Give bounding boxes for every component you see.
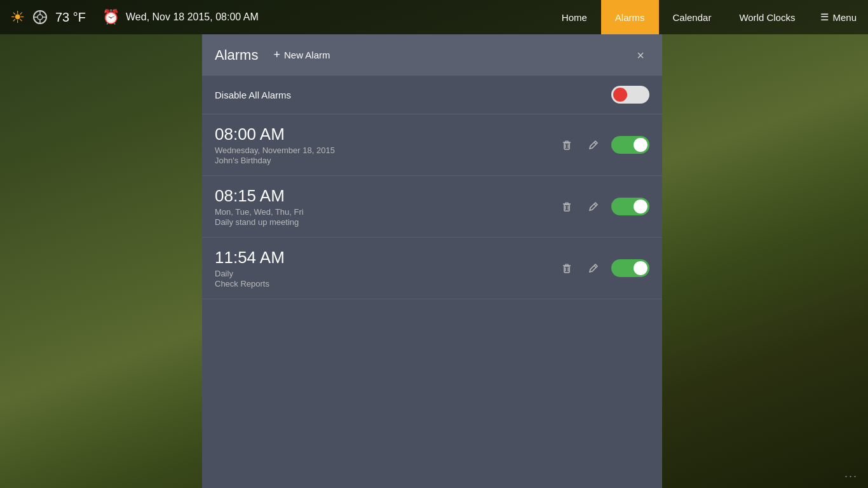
disable-all-toggle[interactable]: [611, 86, 649, 104]
alarm-2-toggle-knob: [634, 200, 648, 214]
disable-all-toggle-knob: [613, 88, 627, 102]
alarm-clock-icon: ⏰: [102, 9, 119, 25]
alarm-name-1: John's Birthday: [215, 156, 558, 165]
edit-alarm-1-button[interactable]: [585, 136, 602, 154]
alarm-actions-2: [558, 198, 649, 215]
plus-icon: +: [273, 48, 280, 62]
edit-icon: [587, 139, 600, 151]
disable-all-row: Disable All Alarms: [202, 76, 662, 114]
nav-home[interactable]: Home: [548, 0, 601, 34]
edit-icon-2: [587, 200, 600, 213]
svg-rect-6: [564, 143, 569, 149]
alarm-info-2: 08:15 AM Mon, Tue, Wed, Thu, Fri Daily s…: [215, 186, 558, 227]
sun-icon: ☀: [10, 8, 25, 27]
delete-alarm-3-button[interactable]: [558, 259, 576, 277]
edit-icon-3: [587, 262, 600, 274]
alarm-info-3: 11:54 AM Daily Check Reports: [215, 248, 558, 288]
alarm-panel: Alarms + New Alarm × Disable All Alarms …: [202, 34, 662, 488]
topbar-nav: Home Alarms Calendar World Clocks ☰ Menu: [548, 0, 868, 34]
alarms-title: Alarms: [215, 47, 258, 64]
alarm-name-2: Daily stand up meeting: [215, 217, 558, 227]
disable-all-label: Disable All Alarms: [215, 90, 611, 100]
alarm-date-1: Wednesday, November 18, 2015: [215, 146, 558, 155]
alarm-name-3: Check Reports: [215, 279, 558, 288]
nav-alarms[interactable]: Alarms: [601, 0, 659, 34]
svg-line-20: [594, 266, 596, 268]
topbar-left: ☀ 73 °F ⏰ Wed, Nov 18 2015, 08:00 AM: [0, 8, 548, 27]
delete-alarm-1-button[interactable]: [558, 136, 576, 154]
alarm-2-toggle[interactable]: [611, 198, 649, 215]
alarm-actions-1: [558, 136, 649, 154]
alarm-actions-3: [558, 259, 649, 277]
menu-label: Menu: [832, 12, 857, 23]
new-alarm-label: New Alarm: [284, 50, 330, 60]
alarm-3-toggle[interactable]: [611, 259, 649, 277]
trash-icon-3: [560, 262, 573, 274]
alarm-row-2: 08:15 AM Mon, Tue, Wed, Thu, Fri Daily s…: [202, 176, 662, 238]
delete-alarm-2-button[interactable]: [558, 198, 576, 215]
svg-rect-11: [564, 205, 569, 211]
svg-point-1: [37, 15, 43, 20]
alarm-date-2: Mon, Tue, Wed, Thu, Fri: [215, 207, 558, 217]
trash-icon: [560, 139, 573, 151]
svg-line-10: [594, 142, 596, 144]
menu-lines-icon: ☰: [820, 11, 829, 23]
alarm-date-3: Daily: [215, 269, 558, 278]
datetime-display: Wed, Nov 18 2015, 08:00 AM: [126, 11, 259, 23]
alarm-3-toggle-knob: [634, 261, 648, 275]
alarm-info-1: 08:00 AM Wednesday, November 18, 2015 Jo…: [215, 125, 558, 165]
alarm-row-1: 08:00 AM Wednesday, November 18, 2015 Jo…: [202, 114, 662, 176]
nav-world-clocks[interactable]: World Clocks: [725, 0, 809, 34]
alarm-1-toggle-knob: [634, 138, 648, 152]
svg-rect-16: [564, 266, 569, 273]
edit-alarm-2-button[interactable]: [585, 198, 602, 215]
wind-icon: [31, 8, 49, 26]
alarm-time-1: 08:00 AM: [215, 125, 558, 144]
bottom-dots[interactable]: ···: [844, 470, 858, 483]
alarm-1-toggle[interactable]: [611, 136, 649, 154]
svg-line-15: [594, 204, 596, 206]
alarm-time-3: 11:54 AM: [215, 248, 558, 268]
alarm-row-3: 11:54 AM Daily Check Reports: [202, 238, 662, 299]
alarm-time-2: 08:15 AM: [215, 186, 558, 206]
edit-alarm-3-button[interactable]: [585, 259, 602, 277]
close-panel-button[interactable]: ×: [632, 46, 649, 64]
topbar: ☀ 73 °F ⏰ Wed, Nov 18 2015, 08:00 AM Hom…: [0, 0, 868, 34]
nav-menu[interactable]: ☰ Menu: [809, 0, 868, 34]
new-alarm-button[interactable]: + New Alarm: [268, 46, 335, 64]
nav-calendar[interactable]: Calendar: [659, 0, 726, 34]
trash-icon-2: [560, 200, 573, 213]
temperature-display: 73 °F: [55, 10, 86, 25]
alarm-panel-header: Alarms + New Alarm ×: [202, 34, 662, 76]
